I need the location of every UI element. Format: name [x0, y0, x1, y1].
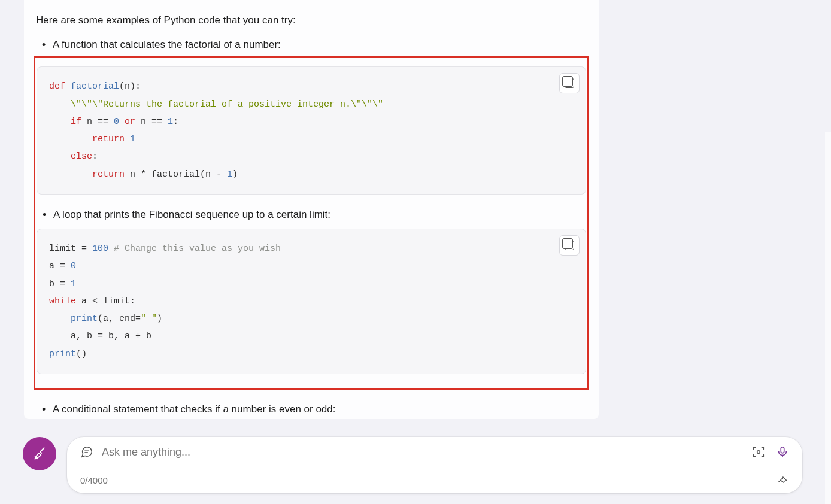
copy-icon — [565, 241, 574, 250]
scan-icon[interactable] — [752, 445, 765, 459]
colon2: : — [92, 151, 98, 162]
rparen: ) — [232, 169, 238, 180]
colon: : — [173, 117, 178, 127]
num-zero: 0 — [114, 117, 119, 127]
space-str: " " — [141, 314, 157, 324]
docstring: \"\"\"Returns the factorial of a positiv… — [71, 99, 383, 110]
input-bar: Ask me anything... 0/4000 — [23, 437, 802, 493]
tuple-assign: a, b = b, a + b — [49, 331, 151, 341]
while-cond: a < limit: — [76, 296, 135, 306]
pin-icon[interactable] — [777, 474, 789, 486]
cond2-text: n == — [141, 117, 168, 127]
num-100: 100 — [92, 244, 108, 254]
rparen2: ) — [157, 314, 162, 324]
bullet-fibonacci: A loop that prints the Fibonacci sequenc… — [53, 207, 586, 223]
retexpr: n * factorial(n - — [125, 169, 227, 180]
copy-button[interactable] — [559, 73, 580, 93]
bullet-evenodd: A conditional statement that checks if a… — [53, 401, 587, 417]
keyword-else: else — [71, 151, 92, 162]
keyword-return2: return — [92, 169, 125, 180]
num-one3: 1 — [71, 279, 76, 289]
num-one2: 1 — [227, 169, 232, 180]
empty-parens: () — [76, 349, 87, 359]
b-assign: b = — [49, 279, 71, 289]
keyword-while: while — [49, 296, 76, 306]
keyword-if: if — [71, 117, 81, 127]
keyword-def: def — [49, 81, 65, 92]
intro-text: Here are some examples of Python code th… — [36, 12, 587, 28]
input-placeholder: Ask me anything... — [102, 446, 744, 459]
keyword-or: or — [119, 117, 141, 127]
comment: # Change this value as you wish — [108, 244, 281, 254]
keyword-return: return — [92, 134, 125, 144]
mic-icon[interactable] — [776, 445, 789, 459]
svg-point-2 — [757, 451, 760, 454]
num-one: 1 — [168, 117, 173, 127]
cond-text: n == — [81, 117, 114, 127]
svg-rect-3 — [781, 447, 784, 453]
print-call2: print — [49, 349, 76, 359]
scrollbar[interactable] — [825, 132, 831, 504]
print-args: (a, end= — [98, 314, 141, 324]
limit-var: limit = — [49, 244, 92, 254]
highlighted-region: def factorial(n): \"\"\"Returns the fact… — [34, 56, 589, 390]
func-name: factorial — [71, 81, 119, 92]
new-topic-button[interactable] — [23, 437, 56, 470]
broom-icon — [32, 446, 47, 462]
bullet-factorial: A function that calculates the factorial… — [53, 37, 587, 53]
num-zero2: 0 — [71, 261, 76, 271]
print-call: print — [71, 314, 98, 324]
code-block-fibonacci: limit = 100 # Change this value as you w… — [37, 229, 586, 374]
chat-icon — [80, 445, 93, 459]
a-assign: a = — [49, 261, 71, 271]
copy-button[interactable] — [559, 235, 580, 256]
params: (n): — [119, 81, 141, 92]
code-block-factorial: def factorial(n): \"\"\"Returns the fact… — [37, 66, 586, 195]
retval: 1 — [125, 134, 135, 144]
copy-icon — [565, 78, 574, 88]
chat-response: Here are some examples of Python code th… — [24, 0, 599, 419]
message-input-box[interactable]: Ask me anything... 0/4000 — [67, 437, 802, 493]
char-counter: 0/4000 — [80, 475, 108, 485]
